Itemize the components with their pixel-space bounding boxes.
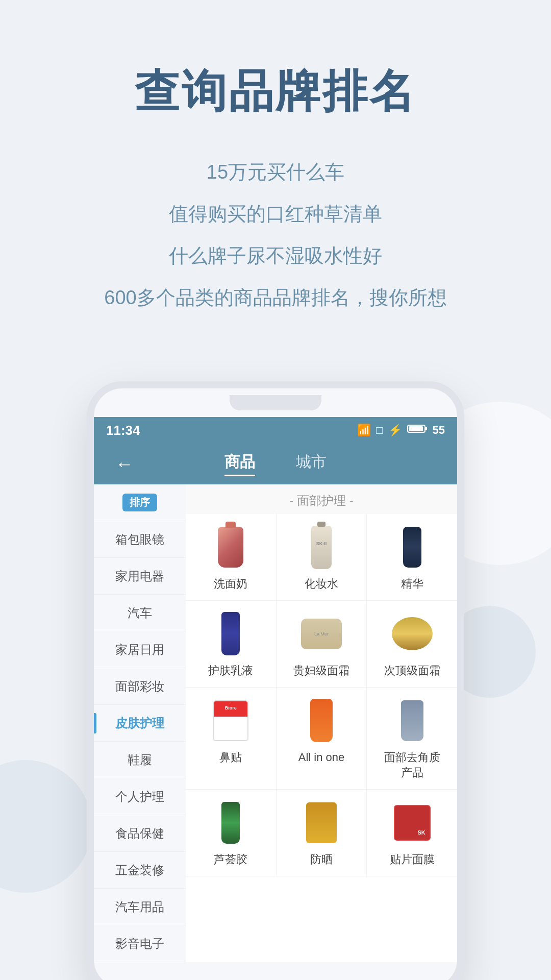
subtitle-4: 600多个品类的商品品牌排名，搜你所想 <box>31 278 520 317</box>
svg-rect-1 <box>425 427 427 430</box>
product-serum[interactable]: 精华 <box>367 514 457 600</box>
subtitle-2: 值得购买的口红种草清单 <box>31 194 520 233</box>
sidebar-item-food[interactable]: 食品保健 <box>94 815 186 852</box>
subtitle-1: 15万元买什么车 <box>31 153 520 191</box>
svg-rect-2 <box>409 426 423 431</box>
status-time: 11:34 <box>106 423 140 438</box>
toner-img <box>298 524 344 570</box>
product-mid-cream[interactable]: 次顶级面霜 <box>367 601 457 687</box>
nose-strips-label: 鼻贴 <box>191 750 271 766</box>
cleanser-shape <box>218 527 243 568</box>
top-section: 查询品牌排名 15万元买什么车 值得购买的口红种草清单 什么牌子尿不湿吸水性好 … <box>0 0 551 351</box>
content-area: 排序 箱包眼镜 家用电器 汽车 家居日用 面部彩妆 皮肤护理 <box>94 484 457 962</box>
sidebar-label-appliances: 家用电器 <box>115 568 164 584</box>
nose-strips-img <box>208 698 254 744</box>
sidebar-label-electronics: 影音电子 <box>115 936 164 952</box>
aloe-img <box>208 800 254 846</box>
sidebar-label-home: 家居日用 <box>115 642 164 658</box>
sunscreen-shape <box>306 802 337 843</box>
phone-notch <box>230 395 321 410</box>
serum-img <box>389 524 435 570</box>
product-lotion[interactable]: 护肤乳液 <box>186 601 277 687</box>
back-icon: ← <box>115 453 134 474</box>
grid-row-3: 鼻贴 All in one 面部去角质产品 <box>186 688 457 790</box>
mid-cream-shape <box>392 617 433 650</box>
back-button[interactable]: ← <box>104 453 145 475</box>
serum-label: 精华 <box>372 576 452 592</box>
product-luxury-cream[interactable]: 贵妇级面霜 <box>277 601 367 687</box>
page-title: 查询品牌排名 <box>31 61 520 122</box>
toner-label: 化妆水 <box>282 576 362 592</box>
sidebar-item-appliances[interactable]: 家用电器 <box>94 558 186 595</box>
battery-number: 55 <box>433 424 445 437</box>
subtitle-3: 什么牌子尿不湿吸水性好 <box>31 236 520 275</box>
battery-icon: ⚡ <box>388 424 402 437</box>
mid-cream-img <box>389 611 435 657</box>
product-aloe[interactable]: 芦荟胶 <box>186 790 277 876</box>
serum-shape <box>403 527 421 568</box>
exfoliant-img <box>389 698 435 744</box>
section-header-face: - 面部护理 - <box>186 484 457 514</box>
sheet-mask-img <box>389 800 435 846</box>
exfoliant-label: 面部去角质产品 <box>372 750 452 781</box>
sunscreen-label: 防晒 <box>282 852 362 868</box>
product-nose-strips[interactable]: 鼻贴 <box>186 688 277 790</box>
grid-row-4: 芦荟胶 防晒 贴片面膜 <box>186 790 457 876</box>
phone-top-bar <box>94 388 457 417</box>
nose-strips-shape <box>213 700 248 741</box>
signal-icon: □ <box>376 424 383 437</box>
allinone-img <box>298 698 344 744</box>
nav-tabs: 商品 城市 <box>145 452 406 476</box>
sidebar-item-car[interactable]: 汽车 <box>94 595 186 631</box>
product-allinone[interactable]: All in one <box>277 688 367 790</box>
sidebar-item-sort[interactable]: 排序 <box>94 484 186 521</box>
sidebar-item-home[interactable]: 家居日用 <box>94 631 186 668</box>
sidebar-label-tools: 五金装修 <box>115 862 164 878</box>
sunscreen-img <box>298 800 344 846</box>
sidebar-item-skincare[interactable]: 皮肤护理 <box>94 705 186 742</box>
luxury-cream-shape <box>301 619 342 649</box>
aloe-shape <box>221 802 240 844</box>
phone-bottom <box>94 962 457 980</box>
wifi-icon: 📶 <box>357 424 371 437</box>
product-cleanser[interactable]: 洗面奶 <box>186 514 277 600</box>
sidebar-label-personal: 个人护理 <box>115 789 164 805</box>
tab-products[interactable]: 商品 <box>224 452 255 476</box>
product-sunscreen[interactable]: 防晒 <box>277 790 367 876</box>
grid-row-2: 护肤乳液 贵妇级面霜 次顶级面霜 <box>186 601 457 688</box>
sidebar-item-tools[interactable]: 五金装修 <box>94 852 186 889</box>
allinone-label: All in one <box>282 750 362 766</box>
sidebar-label-auto: 汽车用品 <box>115 899 164 915</box>
product-sheet-mask[interactable]: 贴片面膜 <box>367 790 457 876</box>
nav-bar: ← 商品 城市 <box>94 444 457 484</box>
product-toner[interactable]: 化妆水 <box>277 514 367 600</box>
phone-section: 11:34 📶 □ ⚡ 55 ← 商品 <box>0 351 551 980</box>
battery-level <box>407 424 428 437</box>
mid-cream-label: 次顶级面霜 <box>372 663 452 679</box>
sidebar-item-makeup[interactable]: 面部彩妆 <box>94 668 186 705</box>
lotion-img <box>208 611 254 657</box>
sidebar-item-bags[interactable]: 箱包眼镜 <box>94 521 186 558</box>
status-icons: 📶 □ ⚡ 55 <box>357 424 445 437</box>
cleanser-label: 洗面奶 <box>191 576 271 592</box>
deco-circle-3 <box>0 760 92 893</box>
toner-shape <box>311 526 332 569</box>
sidebar-item-shoes[interactable]: 鞋履 <box>94 742 186 778</box>
aloe-label: 芦荟胶 <box>191 852 271 868</box>
sidebar-label-bags: 箱包眼镜 <box>115 531 164 548</box>
sidebar-item-electronics[interactable]: 影音电子 <box>94 925 186 962</box>
sort-badge: 排序 <box>122 494 157 511</box>
sidebar-item-personal[interactable]: 个人护理 <box>94 778 186 815</box>
sidebar-label-shoes: 鞋履 <box>128 752 152 768</box>
grid-row-1: 洗面奶 化妆水 精华 <box>186 514 457 601</box>
sheet-mask-label: 贴片面膜 <box>372 852 452 868</box>
lotion-shape <box>221 612 240 655</box>
status-bar: 11:34 📶 □ ⚡ 55 <box>94 417 457 444</box>
lotion-label: 护肤乳液 <box>191 663 271 679</box>
product-exfoliant[interactable]: 面部去角质产品 <box>367 688 457 790</box>
sidebar-item-auto[interactable]: 汽车用品 <box>94 889 186 925</box>
luxury-cream-img <box>298 611 344 657</box>
phone-frame: 11:34 📶 □ ⚡ 55 ← 商品 <box>87 381 464 980</box>
sidebar-label-makeup: 面部彩妆 <box>115 678 164 695</box>
tab-city[interactable]: 城市 <box>296 452 327 476</box>
